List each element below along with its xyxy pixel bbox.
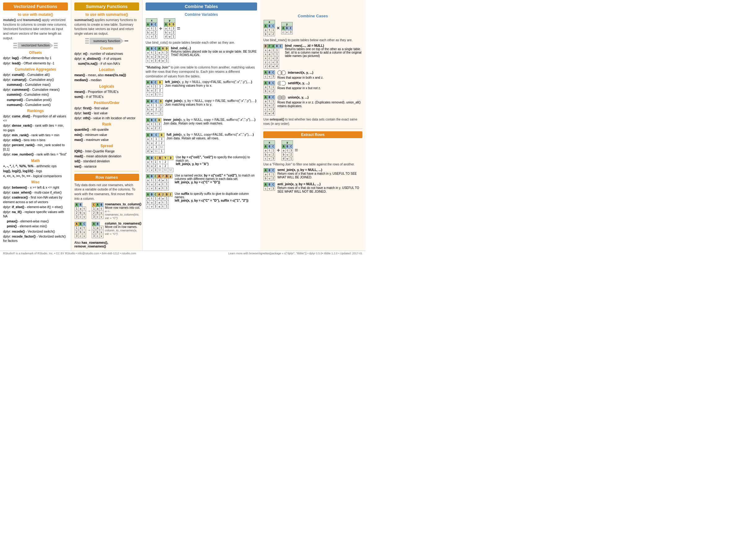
last-item: dplyr: last() - last value [74,111,139,115]
bind-rows-result: DFABC xa11 xat1 xcv3 zcv3 zdw4 bind_rows… [263,44,362,69]
equals-sign-1: = [177,25,180,32]
na-if-item: dplyr: na_if() - replace specific values… [3,210,68,218]
bind-rows-diagram: x ABC at1 bu2 × y ABC cv3 [263,20,362,37]
bind-cols-result-row: ABCARD at1at3 bu2bu2 cv3dw1 bind_cols(..… [146,46,257,63]
col-to-rownames-func: column_to_rownames() [105,221,142,225]
bind-cols-func: bind_cols(...) [171,46,257,50]
plus-sign-extract: + [277,147,280,154]
bind-rows-y-table: y ABC cv3 [281,22,293,34]
rownames-to-col-section: AB 1at 2bu 3cv → CAB 1at 2bu 3cv [74,202,139,220]
anti-join-table: ABC cv3 [264,182,275,191]
union-row: ABC at1 bu2 cv3 dw4 union(x, y, ...) Row… [263,95,362,116]
setdiff-table: ABC at1 bu2 [264,81,275,93]
named-vec-desc: Use a named vector, by = c("col1" = "col… [175,174,257,184]
suffix-desc: Use suffix to specify suffix to give to … [175,192,257,202]
main-content: Vectorized Functions to use with mutate(… [0,0,365,251]
bind-cols-y-table: y ABD at3 bu2 dw1 [164,18,175,39]
svg-point-5 [281,95,286,100]
col-rownames-before: ABC 1at 2bu 3cv [75,222,86,238]
if-else-item: dplyr: if_else() - element-wise if() + e… [3,205,68,209]
cummin-item: cummin() - Cumulative min() [3,92,68,97]
offsets-title: Offsets [3,50,68,55]
misc-title: Misc [3,180,68,184]
footer-right: Learn more with browseVignettes(package … [228,252,362,255]
setdiff-desc: Rows that appear in x but not z. [277,86,321,90]
iqr-item: IQR() - Inter-Quartile Range [74,149,139,153]
setdiff-func: setdiff(x, y, ...) [288,81,309,85]
bind-rows-func: bind_rows(..., .id = NULL) [285,44,362,47]
right-join-row: ABCD at13 bu22 dwNA1 right_join(x, y, by… [146,99,257,116]
arith-item: +, -, *, /, ^, %/%, %% - arithmetic ops [3,164,68,168]
inner-join-desc: inner_join(x, y, by = NULL, copy = FALSE… [164,118,257,125]
setdiff-row: ABC at1 bu2 setdiff(x, y, ...) Rows that… [263,81,362,94]
col-combine-cases: Combine Cases x ABC at1 bu2 × y ABC cv3 [260,0,365,251]
min-item: min() - minimum value [74,133,139,137]
var-item: var() - variance [74,164,139,168]
bind-cols-x-table: x ABC at1 bu2 cv3 [146,18,157,39]
bind-rows-desc: Returns tables one on top of the other a… [285,47,362,58]
cume-dist-item: dplyr: cume_dist() - Proportion of all v… [3,114,68,123]
right-join-table: ABCD at13 bu22 dwNA1 [146,99,163,116]
summary-header: Summary Functions [74,2,139,11]
footer: RStudio® is a trademark of RStudio, Inc.… [0,251,365,256]
lead-item: dplyr: lead() - Offset elements by -1 [3,61,68,65]
extract-y-table: y ABC at3 bu2 dw1 [282,140,293,161]
right-join-desc: right_join(x, y, by = NULL, copy = FALSE… [165,99,257,106]
cumul-title: Cumulative Aggregates [3,67,68,72]
cummean-item: dplyr: cummean() - Cumulative mean() [3,87,68,92]
union-venn [277,95,286,100]
compare-item: <, <=, >, >=, !=, == - logical compariso… [3,174,68,178]
bind-cols-result-table: ABCARD at1at3 bu2bu2 cv3dw1 [146,46,169,63]
rownames-table-after1: CAB 1at 2bu 3cv [92,203,103,219]
mutating-join-intro: "Mutating Join" to join one table to col… [146,65,257,79]
full-join-table: ABCD at13 bu22 cv3NA dwNA1 [146,133,164,153]
location-title: Location [74,68,139,72]
union-table: ABC at1 bu2 cv3 dw4 [264,95,275,116]
n-item: dplyr: n() - number of values/rows [74,51,139,56]
extract-x-table: x ABC at1 bu2 cv3 [264,140,275,161]
sum-true-item: sum() - # of TRUE's [74,94,139,99]
mean-item: mean() - mean, also mean(!is.na()) [74,73,139,77]
cumany-item: dplyr: cumany() - Cumulative any() [3,77,68,82]
semi-join-desc: Return rows of x that have a match in y.… [277,172,357,179]
suffix-section: ABCA2B2 at1dw1 bu2at1 cv3at1 Use suffix … [146,192,257,209]
min-rank-item: dplyr: min_rank() - rank with ties = min [3,133,68,137]
intersect-desc: Rows that appear in both x and z. [277,76,323,79]
left-join-table: ABCD at13 bu22 cv3NA [146,80,163,97]
mean-true-item: mean() - Proportion of TRUE's [74,90,139,94]
ntile-item: dplyr: ntile() - bins into n bins [3,138,68,142]
logicals-title: Logicals [74,84,139,89]
percent-rank-item: dplyr: percent_rank() - min_rank scaled … [3,143,68,151]
union-func: union(x, y, ...) [288,95,309,99]
intersect-row: ABC cv3 intersect(x, y, ...) Rows that a… [263,70,362,79]
bind-rows-x-table: x ABC at1 bu2 [264,20,275,36]
lag-item: dplyr: lag() - Offset elements by 1 [3,56,68,60]
setequal-note: Use setequal() to test whether two data … [263,117,362,126]
filtering-join-intro: Use a "Filtering Join" to filter one tab… [263,162,362,167]
summarise-intro: summarise() applies summary functions to… [74,18,139,36]
named-vec-table: ABCA7By at1dw1 bu2at1 cv3at1 [146,174,173,190]
left-join-row: ABCD at13 bu22 cv3NA left_join(x, y, by … [146,80,257,97]
semi-join-row: ABC at1 bu2 semi_join(x, y, by = NULL, .… [263,168,362,181]
case-when-item: dplyr: case_when() - multi-case if_else(… [3,190,68,195]
cumprod-item: cumprod() - Cumulative prod() [3,98,68,102]
vectorized-diagram: vectorized function [3,42,68,49]
combine-tables-header: Combine Tables [146,2,257,11]
by-note-desc: Use by = c("col1", "col2") to specify th… [176,155,257,166]
col-combine-tables: Combine Tables Combine Variables x ABC a… [142,0,260,251]
rownames-intro: Tidy data does not use rownames, which s… [74,183,139,201]
semi-join-func: semi_join(x, y, by = NULL, ...) [277,168,322,172]
col-to-rownames-code: column_to_rownames(a, var = "C") [105,229,142,235]
extract-rows-header: Extract Rows [263,131,362,138]
col-to-rownames-desc: Move col in row names. [105,225,142,229]
extract-rows-diagram: x ABC at1 bu2 cv3 + y ABC at3 bu2 dw1 = [263,140,362,161]
bind-rows-result-table: DFABC xa11 xat1 xcv3 zcv3 zdw4 [264,44,283,68]
coalesce-item: dplyr: coalesce() - first non-NA values … [3,195,68,204]
dense-rank-item: dplyr: dense_rank() - rank with ties = m… [3,123,68,132]
rankings-title: Rankings [3,109,68,113]
page: Vectorized Functions to use with mutate(… [0,0,365,256]
bind-rows-intro: Use bind_rows() to paste tables below ea… [263,38,362,42]
intersect-table: ABC cv3 [264,70,275,79]
cumsum-item: cumsum() - Cumulative sum() [3,103,68,107]
max-item: max() - maximum value [74,138,139,142]
